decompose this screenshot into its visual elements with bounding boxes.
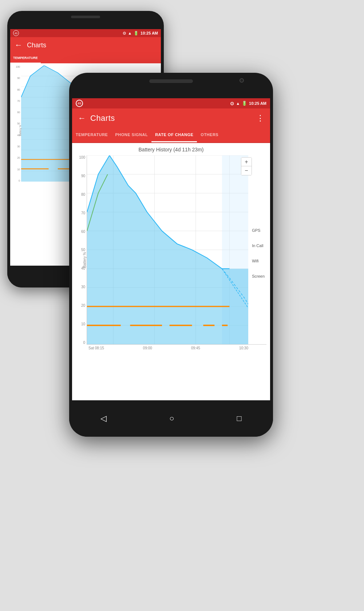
front-speaker xyxy=(149,79,193,83)
front-tab-phone-signal[interactable]: PHONE SIGNAL xyxy=(111,128,151,142)
front-chart-svg xyxy=(87,155,248,344)
back-status-left: 49 xyxy=(13,30,19,36)
back-back-arrow[interactable]: ← xyxy=(15,40,23,50)
front-chart-title: Battery History (4d 11h 23m) xyxy=(76,147,266,152)
front-status-left: 49 xyxy=(76,100,83,107)
front-nav-home-btn[interactable]: ○ xyxy=(169,414,174,423)
zoom-controls: + − xyxy=(241,157,252,175)
front-y-label: Battery % xyxy=(83,252,87,267)
front-tab-others[interactable]: OTHERS xyxy=(197,128,222,142)
front-signal-icon: ▲ xyxy=(236,101,240,106)
x-label-4: 10:30 xyxy=(239,346,248,350)
back-speaker xyxy=(71,16,100,18)
front-phone: 49 ⊙ ▲ 🔋 10:25 AM ← Charts ⋮ TEMPERATURE… xyxy=(69,73,273,437)
back-tabs: TEMPERATURE xyxy=(10,53,161,63)
front-screen: 49 ⊙ ▲ 🔋 10:25 AM ← Charts ⋮ TEMPERATURE… xyxy=(72,98,270,400)
front-app-icon: 49 xyxy=(76,100,83,107)
zoom-out-button[interactable]: − xyxy=(241,166,252,175)
front-nav-recent-btn[interactable]: □ xyxy=(237,414,242,423)
front-time: 10:25 AM xyxy=(249,101,266,106)
front-chart-wrapper: 100 90 80 70 60 50 40 30 20 10 0 xyxy=(76,155,266,345)
x-label-3: 09:45 xyxy=(191,346,200,350)
back-app-bar: ← Charts xyxy=(10,37,161,53)
back-battery-icon: 🔋 xyxy=(134,31,139,36)
front-battery-icon: 🔋 xyxy=(242,101,247,106)
legend-gps: GPS xyxy=(252,228,265,233)
back-status-bar: 49 ⊙ ▲ 🔋 10:25 AM xyxy=(10,29,161,37)
legend-wifi: Wifi xyxy=(252,259,265,263)
legend-incall: In Call xyxy=(252,243,265,248)
front-wifi-icon: ⊙ xyxy=(230,101,234,106)
chart-legend: GPS In Call Wifi Screen xyxy=(252,228,265,278)
back-time: 10:25 AM xyxy=(141,31,158,35)
front-tabs: TEMPERATURE PHONE SIGNAL RATE OF CHANGE … xyxy=(72,128,270,143)
front-more-icon[interactable]: ⋮ xyxy=(256,114,264,123)
front-tab-rate-of-change[interactable]: RATE OF CHANGE xyxy=(151,128,197,142)
zoom-in-button[interactable]: + xyxy=(241,158,252,166)
front-y-axis: 100 90 80 70 60 50 40 30 20 10 0 xyxy=(76,155,87,345)
back-signal-icon: ▲ xyxy=(128,31,132,35)
back-wifi-icon: ⊙ xyxy=(123,31,126,36)
front-status-bar: 49 ⊙ ▲ 🔋 10:25 AM xyxy=(72,98,270,108)
front-x-axis: Sat 08:15 09:00 09:45 10:30 xyxy=(76,346,266,350)
front-app-title: Charts xyxy=(90,114,256,123)
front-back-arrow[interactable]: ← xyxy=(78,114,86,123)
front-chart-inner: + − xyxy=(87,155,266,345)
front-app-bar: ← Charts ⋮ xyxy=(72,108,270,128)
front-tab-temperature[interactable]: TEMPERATURE xyxy=(72,128,111,142)
back-app-icon: 49 xyxy=(13,30,19,36)
front-chart-area: Battery History (4d 11h 23m) 100 90 80 7… xyxy=(72,143,270,354)
front-bottom-nav: ◁ ○ □ xyxy=(69,400,273,437)
front-nav-back-btn[interactable]: ◁ xyxy=(100,414,107,423)
x-label-1: Sat 08:15 xyxy=(88,346,104,350)
back-app-title: Charts xyxy=(27,41,157,49)
x-label-2: 09:00 xyxy=(143,346,152,350)
back-y-axis: 100 90 80 70 60 50 40 30 20 10 0 xyxy=(12,66,21,182)
legend-screen: Screen xyxy=(252,274,265,278)
front-status-right: ⊙ ▲ 🔋 10:25 AM xyxy=(230,101,266,106)
front-camera xyxy=(240,78,244,83)
back-y-label: Battery % xyxy=(19,125,21,136)
back-status-right: ⊙ ▲ 🔋 10:25 AM xyxy=(123,31,158,36)
back-tab-temperature[interactable]: TEMPERATURE xyxy=(10,53,41,63)
phone-container: 49 ⊙ ▲ 🔋 10:25 AM ← Charts TEMPERATURE xyxy=(0,0,364,611)
